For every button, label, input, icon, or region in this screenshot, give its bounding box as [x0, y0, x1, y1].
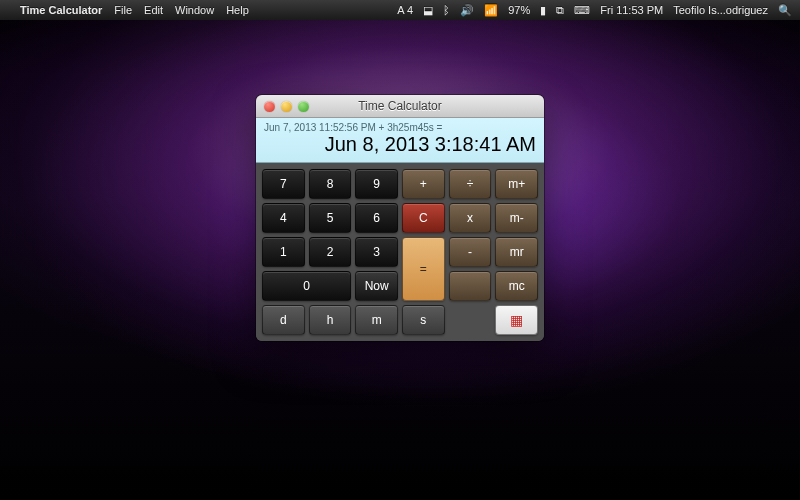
key-0[interactable]: 0 — [262, 271, 351, 301]
key-5[interactable]: 5 — [309, 203, 352, 233]
key-4[interactable]: 4 — [262, 203, 305, 233]
menu-help[interactable]: Help — [226, 4, 249, 16]
key-memory-recall[interactable]: mr — [495, 237, 538, 267]
key-8[interactable]: 8 — [309, 169, 352, 199]
key-plus[interactable]: + — [402, 169, 445, 199]
menu-edit[interactable]: Edit — [144, 4, 163, 16]
calculator-display: Jun 7, 2013 11:52:56 PM + 3h25m45s = Jun… — [256, 118, 544, 163]
menu-window[interactable]: Window — [175, 4, 214, 16]
key-7[interactable]: 7 — [262, 169, 305, 199]
key-seconds[interactable]: s — [402, 305, 445, 335]
menubar: Time Calculator File Edit Window Help A … — [0, 0, 800, 20]
menu-file[interactable]: File — [114, 4, 132, 16]
menubar-clock[interactable]: Fri 11:53 PM — [600, 4, 663, 16]
battery-percentage[interactable]: 97% — [508, 4, 530, 16]
key-blank-op[interactable] — [449, 271, 492, 301]
bluetooth-icon[interactable]: ᛒ — [443, 4, 450, 16]
desktop: Time Calculator File Edit Window Help A … — [0, 0, 800, 500]
calendar-icon: ▦ — [510, 313, 523, 327]
key-clear[interactable]: C — [402, 203, 445, 233]
window-title: Time Calculator — [256, 99, 544, 113]
time-calculator-window: Time Calculator Jun 7, 2013 11:52:56 PM … — [256, 95, 544, 341]
dropbox-icon[interactable]: ⬓ — [423, 4, 433, 17]
key-minutes[interactable]: m — [355, 305, 398, 335]
key-2[interactable]: 2 — [309, 237, 352, 267]
key-1[interactable]: 1 — [262, 237, 305, 267]
battery-icon[interactable]: ▮ — [540, 4, 546, 17]
menubar-user[interactable]: Teofilo Is...odriguez — [673, 4, 768, 16]
key-memory-clear[interactable]: mc — [495, 271, 538, 301]
wifi-icon[interactable]: 📶 — [484, 4, 498, 17]
key-days[interactable]: d — [262, 305, 305, 335]
key-calendar[interactable]: ▦ — [495, 305, 538, 335]
displays-icon[interactable]: ⧉ — [556, 4, 564, 17]
display-result: Jun 8, 2013 3:18:41 AM — [264, 133, 536, 156]
key-hours[interactable]: h — [309, 305, 352, 335]
key-now[interactable]: Now — [355, 271, 398, 301]
spotlight-icon[interactable]: 🔍 — [778, 4, 792, 17]
volume-icon[interactable]: 🔊 — [460, 4, 474, 17]
window-titlebar[interactable]: Time Calculator — [256, 95, 544, 118]
input-source-icon[interactable]: ⌨ — [574, 4, 590, 17]
app-menu[interactable]: Time Calculator — [20, 4, 102, 16]
key-minus[interactable]: - — [449, 237, 492, 267]
key-divide[interactable]: ÷ — [449, 169, 492, 199]
adobe-updater-icon[interactable]: A 4 — [397, 4, 413, 16]
key-multiply[interactable]: x — [449, 203, 492, 233]
key-memory-plus[interactable]: m+ — [495, 169, 538, 199]
key-memory-minus[interactable]: m- — [495, 203, 538, 233]
key-9[interactable]: 9 — [355, 169, 398, 199]
key-6[interactable]: 6 — [355, 203, 398, 233]
key-3[interactable]: 3 — [355, 237, 398, 267]
key-equals[interactable]: = — [402, 237, 445, 301]
keypad: 7 8 9 + ÷ m+ 4 5 6 C x m- 1 2 3 = - mr 0… — [256, 163, 544, 341]
display-expression: Jun 7, 2013 11:52:56 PM + 3h25m45s = — [264, 122, 536, 133]
